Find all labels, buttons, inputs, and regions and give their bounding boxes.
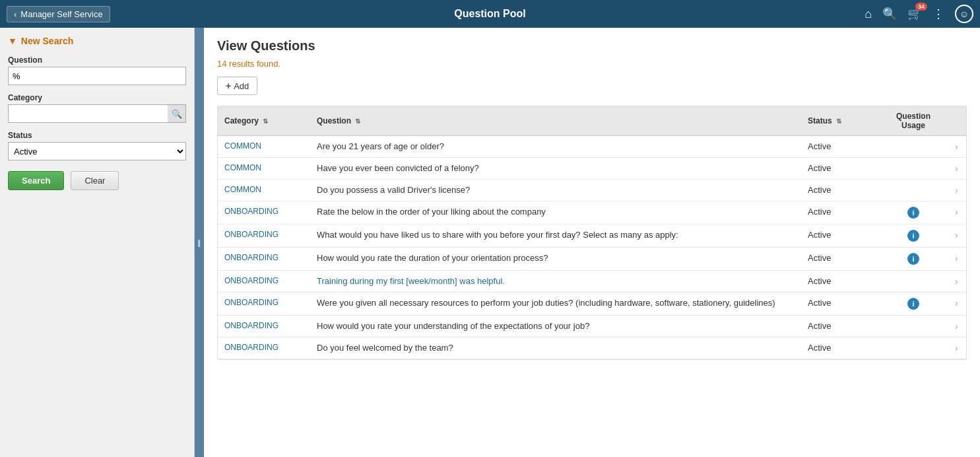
sidebar-arrow-icon: ▼ bbox=[8, 36, 17, 46]
cell-nav-arrow[interactable]: › bbox=[946, 136, 966, 158]
chevron-right-icon: › bbox=[955, 276, 958, 287]
more-options-icon[interactable]: ⋮ bbox=[932, 7, 944, 21]
cell-nav-arrow[interactable]: › bbox=[946, 337, 966, 359]
plus-icon: + bbox=[226, 81, 231, 91]
table-row[interactable]: ONBOARDING Do you feel welcomed by the t… bbox=[218, 337, 966, 359]
chevron-right-icon: › bbox=[955, 253, 958, 264]
cell-question: Have you ever been convicted of a felony… bbox=[310, 158, 801, 180]
chevron-right-icon: › bbox=[955, 141, 958, 152]
cell-nav-arrow[interactable]: › bbox=[946, 201, 966, 225]
info-icon: i bbox=[907, 253, 919, 265]
question-input[interactable] bbox=[8, 67, 186, 85]
table-row[interactable]: ONBOARDING Rate the below in the order o… bbox=[218, 201, 966, 225]
cell-nav-arrow[interactable]: › bbox=[946, 158, 966, 180]
cell-status: Active bbox=[801, 248, 880, 271]
cell-usage bbox=[880, 337, 946, 359]
col-header-question[interactable]: Question ⇅ bbox=[310, 106, 801, 136]
add-button[interactable]: + Add bbox=[217, 77, 257, 95]
table-row[interactable]: ONBOARDING Were you given all necessary … bbox=[218, 293, 966, 316]
clear-button[interactable]: Clear bbox=[71, 171, 119, 190]
cell-question: Rate the below in the order of your liki… bbox=[310, 201, 801, 225]
back-nav-button[interactable]: ‹ Manager Self Service bbox=[7, 6, 110, 22]
user-avatar-icon[interactable]: ☺ bbox=[955, 5, 973, 23]
table-row[interactable]: ONBOARDING How would you rate the durati… bbox=[218, 248, 966, 271]
cell-nav-arrow[interactable]: › bbox=[946, 225, 966, 248]
chevron-right-icon: › bbox=[955, 207, 958, 217]
category-search-icon-btn[interactable]: 🔍 bbox=[168, 104, 186, 123]
question-field-group: Question bbox=[8, 55, 186, 85]
search-icon[interactable]: 🔍 bbox=[882, 7, 897, 21]
questions-table-container: Category ⇅ Question ⇅ Status ⇅ QuestionU… bbox=[217, 106, 967, 360]
cell-usage bbox=[880, 180, 946, 201]
category-label: Category bbox=[8, 93, 186, 102]
chevron-right-icon: › bbox=[955, 321, 958, 332]
cell-question: Are you 21 years of age or older? bbox=[310, 136, 801, 158]
cell-nav-arrow[interactable]: › bbox=[946, 248, 966, 271]
table-row[interactable]: ONBOARDING Training during my first [wee… bbox=[218, 271, 966, 293]
search-actions: Search Clear bbox=[8, 171, 186, 190]
cell-status: Active bbox=[801, 337, 880, 359]
question-label: Question bbox=[8, 55, 186, 65]
cell-usage bbox=[880, 271, 946, 293]
page-header-title: Question Pool bbox=[454, 8, 525, 20]
chevron-right-icon: › bbox=[955, 343, 958, 353]
cell-question: Were you given all necessary resources t… bbox=[310, 293, 801, 316]
info-icon: i bbox=[907, 230, 919, 242]
table-row[interactable]: COMMON Do you possess a valid Driver's l… bbox=[218, 180, 966, 201]
cell-category: ONBOARDING bbox=[218, 293, 310, 316]
table-row[interactable]: ONBOARDING How would you rate your under… bbox=[218, 316, 966, 337]
sidebar-section-title: ▼ New Search bbox=[8, 36, 186, 46]
cell-status: Active bbox=[801, 225, 880, 248]
cell-category: ONBOARDING bbox=[218, 271, 310, 293]
cell-question: How would you rate the duration of your … bbox=[310, 248, 801, 271]
notification-badge: 34 bbox=[915, 3, 927, 11]
col-header-status[interactable]: Status ⇅ bbox=[801, 106, 880, 136]
cell-nav-arrow[interactable]: › bbox=[946, 316, 966, 337]
cell-category: COMMON bbox=[218, 158, 310, 180]
cell-category: COMMON bbox=[218, 136, 310, 158]
question-sort-icon: ⇅ bbox=[355, 118, 360, 125]
cell-nav-arrow[interactable]: › bbox=[946, 180, 966, 201]
page-title: View Questions bbox=[217, 38, 967, 53]
add-btn-label: Add bbox=[234, 81, 249, 91]
main-content: View Questions 14 results found. + Add C… bbox=[204, 28, 980, 457]
sidebar-collapse-handle[interactable]: ‖ bbox=[195, 28, 204, 457]
category-input[interactable] bbox=[8, 104, 186, 123]
chevron-right-icon: › bbox=[955, 230, 958, 240]
col-header-nav bbox=[946, 106, 966, 136]
status-label: Status bbox=[8, 131, 186, 140]
notifications-icon[interactable]: 🛒 34 bbox=[907, 7, 922, 21]
cell-nav-arrow[interactable]: › bbox=[946, 293, 966, 316]
info-icon: i bbox=[907, 298, 919, 310]
cell-category: COMMON bbox=[218, 180, 310, 201]
chevron-right-icon: › bbox=[955, 185, 958, 195]
search-button[interactable]: Search bbox=[8, 171, 64, 190]
status-sort-icon: ⇅ bbox=[836, 118, 841, 125]
category-sort-icon: ⇅ bbox=[263, 118, 268, 125]
cell-question: Training during my first [week/month] wa… bbox=[310, 271, 801, 293]
status-select[interactable]: Active Inactive All bbox=[8, 142, 186, 160]
category-input-wrapper: 🔍 bbox=[8, 104, 186, 123]
chevron-right-icon: › bbox=[955, 298, 958, 308]
status-field-group: Status Active Inactive All bbox=[8, 131, 186, 160]
cell-status: Active bbox=[801, 201, 880, 225]
table-row[interactable]: COMMON Are you 21 years of age or older?… bbox=[218, 136, 966, 158]
cell-question: Do you possess a valid Driver's license? bbox=[310, 180, 801, 201]
cell-nav-arrow[interactable]: › bbox=[946, 271, 966, 293]
back-arrow-icon: ‹ bbox=[14, 9, 16, 19]
cell-question: How would you rate your understanding of… bbox=[310, 316, 801, 337]
cell-usage bbox=[880, 316, 946, 337]
cell-category: ONBOARDING bbox=[218, 248, 310, 271]
col-header-category[interactable]: Category ⇅ bbox=[218, 106, 310, 136]
cell-question: What would you have liked us to share wi… bbox=[310, 225, 801, 248]
cell-category: ONBOARDING bbox=[218, 225, 310, 248]
app-header: ‹ Manager Self Service Question Pool ⌂ 🔍… bbox=[0, 0, 980, 28]
home-icon[interactable]: ⌂ bbox=[865, 7, 872, 21]
back-nav-label: Manager Self Service bbox=[20, 9, 102, 19]
info-icon: i bbox=[907, 207, 919, 219]
table-row[interactable]: COMMON Have you ever been convicted of a… bbox=[218, 158, 966, 180]
questions-table: Category ⇅ Question ⇅ Status ⇅ QuestionU… bbox=[218, 106, 966, 359]
cell-usage: i bbox=[880, 225, 946, 248]
cell-usage: i bbox=[880, 248, 946, 271]
table-row[interactable]: ONBOARDING What would you have liked us … bbox=[218, 225, 966, 248]
